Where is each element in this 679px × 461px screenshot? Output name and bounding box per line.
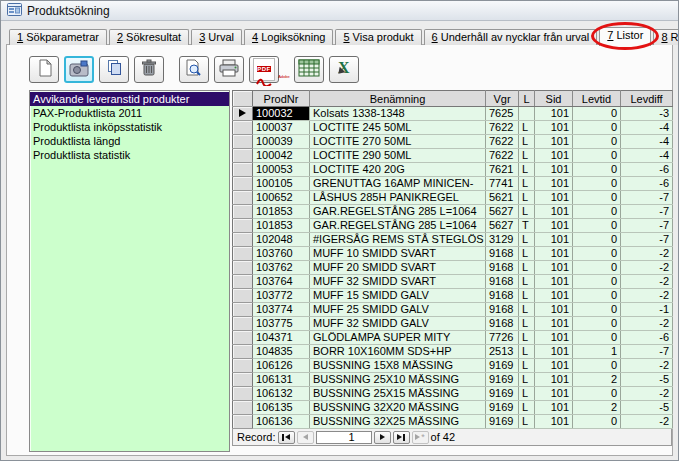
tab-7-listor[interactable]: 7 Listor [599,27,651,46]
cell-vgr[interactable]: 9168 [486,261,519,275]
cell-prodnr[interactable]: 101853 [253,219,310,233]
cell-levtid[interactable]: 0 [573,331,621,345]
cell-prodnr[interactable]: 106131 [253,373,310,387]
cell-benmning[interactable]: LOCTITE 290 50ML [310,149,486,163]
cell-prodnr[interactable]: 102048 [253,233,310,247]
cell-sid[interactable]: 101 [535,135,573,149]
cell-l[interactable]: L [519,303,535,317]
cell-benmning[interactable]: LOCTITE 270 50ML [310,135,486,149]
cell-l[interactable]: L [519,317,535,331]
cell-l[interactable]: L [519,387,535,401]
cell-benmning[interactable]: BUSSNING 25X15 MÄSSING [310,387,486,401]
cell-levtid[interactable]: 0 [573,303,621,317]
cell-sid[interactable]: 101 [535,149,573,163]
cell-vgr[interactable]: 9169 [486,415,519,429]
cell-levdiff[interactable]: -2 [621,415,673,429]
column-header-prodnr[interactable]: ProdNr [253,91,310,107]
list-item[interactable]: Avvikande leveranstid produkter [30,92,229,106]
new-list-button[interactable] [29,56,59,83]
cell-levdiff[interactable]: -4 [621,149,673,163]
cell-l[interactable]: L [519,121,535,135]
cell-levtid[interactable]: 0 [573,359,621,373]
cell-vgr[interactable]: 5627 [486,219,519,233]
cell-levdiff[interactable]: -4 [621,121,673,135]
row-selector[interactable] [233,191,253,205]
cell-vgr[interactable]: 9168 [486,289,519,303]
cell-vgr[interactable]: 7726 [486,331,519,345]
cell-prodnr[interactable]: 103774 [253,303,310,317]
cell-levtid[interactable]: 0 [573,233,621,247]
tab-6-underh-ll-av-nycklar-fr-n-urval[interactable]: 6 Underhåll av nycklar från urval [424,29,598,45]
cell-levdiff[interactable]: -6 [621,163,673,177]
list-item[interactable]: Produktlista statistik [30,148,229,162]
cell-prodnr[interactable]: 106136 [253,415,310,429]
tab-4-logiks-kning[interactable]: 4 Logiksökning [244,29,333,45]
cell-l[interactable]: L [519,149,535,163]
cell-levdiff[interactable]: -7 [621,345,673,359]
cell-prodnr[interactable]: 100039 [253,135,310,149]
cell-l[interactable]: L [519,191,535,205]
cell-l[interactable]: L [519,401,535,415]
last-record-button[interactable] [393,431,410,444]
cell-benmning[interactable]: LÅSHUS 285H PANIKREGEL [310,191,486,205]
cell-l[interactable]: L [519,233,535,247]
cell-benmning[interactable]: BORR 10X160MM SDS+HP [310,345,486,359]
cell-l[interactable]: L [519,163,535,177]
cell-prodnr[interactable]: 106126 [253,359,310,373]
cell-benmning[interactable]: Kolsats 1338-1348 [310,107,486,121]
cell-l[interactable]: L [519,359,535,373]
cell-levtid[interactable]: 0 [573,121,621,135]
cell-levdiff[interactable]: -2 [621,359,673,373]
cell-prodnr[interactable]: 106132 [253,387,310,401]
cell-levtid[interactable]: 0 [573,219,621,233]
report-list-panel[interactable]: Avvikande leveranstid produkterPAX-Produ… [29,90,230,452]
print-preview-button[interactable] [179,56,209,83]
cell-levtid[interactable]: 0 [573,205,621,219]
cell-vgr[interactable]: 7622 [486,149,519,163]
column-header-levtid[interactable]: Levtid [573,91,621,107]
cell-sid[interactable]: 101 [535,331,573,345]
cell-prodnr[interactable]: 100037 [253,121,310,135]
column-header-levdiff[interactable]: Levdiff [621,91,673,107]
cell-benmning[interactable]: LOCTITE 420 20G [310,163,486,177]
cell-benmning[interactable]: MUFF 20 SMIDD SVART [310,261,486,275]
cell-l[interactable] [519,107,535,121]
cell-l[interactable]: L [519,415,535,429]
cell-l[interactable]: L [519,373,535,387]
cell-sid[interactable]: 101 [535,107,573,121]
record-number-input[interactable] [316,431,372,444]
cell-prodnr[interactable]: 104371 [253,331,310,345]
cell-prodnr[interactable]: 100032 [253,107,310,121]
list-item[interactable]: Produktlista inköpsstatistik [30,120,229,134]
row-selector[interactable] [233,121,253,135]
cell-vgr[interactable]: 7621 [486,163,519,177]
cell-sid[interactable]: 101 [535,261,573,275]
cell-vgr[interactable]: 9168 [486,247,519,261]
cell-levtid[interactable]: 0 [573,261,621,275]
cell-l[interactable]: L [519,345,535,359]
cell-sid[interactable]: 101 [535,247,573,261]
cell-benmning[interactable]: MUFF 10 SMIDD SVART [310,247,486,261]
cell-levdiff[interactable]: -7 [621,219,673,233]
cell-levdiff[interactable]: -2 [621,289,673,303]
row-selector[interactable] [233,163,253,177]
edit-list-button[interactable] [64,56,94,83]
cell-levdiff[interactable]: -1 [621,303,673,317]
next-record-button[interactable] [374,431,391,444]
cell-sid[interactable]: 101 [535,359,573,373]
cell-vgr[interactable]: 9169 [486,373,519,387]
column-header-sid[interactable]: Sid [535,91,573,107]
cell-l[interactable]: L [519,247,535,261]
print-button[interactable] [214,56,244,83]
cell-benmning[interactable]: #IGERSÅG REMS STÅ STEGLÖS [310,233,486,247]
cell-benmning[interactable]: BUSSNING 32X25 MÄSSING [310,415,486,429]
cell-benmning[interactable]: MUFF 32 SMIDD SVART [310,275,486,289]
cell-levdiff[interactable]: -2 [621,275,673,289]
cell-prodnr[interactable]: 106135 [253,401,310,415]
cell-l[interactable]: L [519,275,535,289]
new-record-button[interactable]: * [412,431,429,444]
cell-levtid[interactable]: 0 [573,107,621,121]
cell-sid[interactable]: 101 [535,373,573,387]
row-selector[interactable] [233,317,253,331]
cell-levdiff[interactable]: -2 [621,247,673,261]
